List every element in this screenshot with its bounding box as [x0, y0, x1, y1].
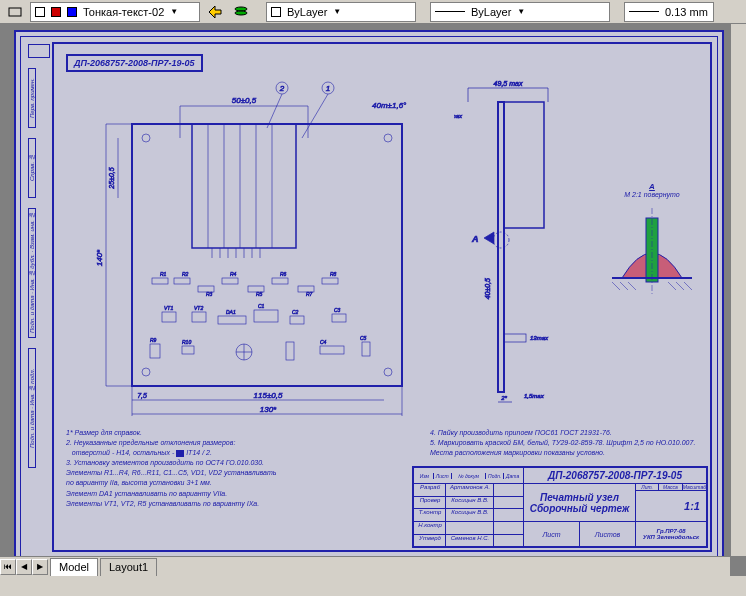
tb-hdr: Лист [434, 473, 452, 479]
tb-role: Утверд [414, 535, 446, 547]
svg-text:С3: С3 [334, 307, 341, 313]
tb-role: Провер [414, 497, 446, 509]
tb-name: Артамонов А. [446, 484, 493, 496]
dim-angle: 40m±1,6° [372, 101, 407, 110]
color-dropdown[interactable]: ByLayer ▼ [266, 2, 416, 22]
note-line: по варианту IIа, высота установки 3+1 мм… [66, 478, 420, 487]
dim-h: 140* [95, 249, 104, 266]
layer-color-icon [67, 7, 77, 17]
scrollbar-vertical[interactable] [730, 24, 746, 556]
svg-line-93 [684, 282, 692, 290]
svg-rect-28 [152, 278, 168, 284]
layer-previous-icon[interactable] [204, 2, 226, 22]
linetype-dropdown[interactable]: ByLayer ▼ [430, 2, 610, 22]
svg-text:R1: R1 [160, 271, 167, 277]
tab-prev-button[interactable]: ◀ [16, 559, 32, 575]
callout-1: 1 [326, 84, 330, 93]
svg-text:R3: R3 [206, 291, 213, 297]
workspace: ДП-2068757-2008-ПР7-19-05 Перв. примен. … [0, 24, 746, 576]
svg-line-92 [676, 282, 684, 290]
tab-model[interactable]: Model [50, 558, 98, 576]
detail-scale: М 2:1 повернуто [602, 191, 702, 198]
note-line: Места расположения маркировки показаны у… [430, 448, 714, 457]
svg-point-83 [493, 232, 509, 248]
dim-rh: 40±0,5 [484, 278, 491, 299]
svg-text:VT1: VT1 [164, 305, 173, 311]
tab-first-button[interactable]: ⏮ [0, 559, 16, 575]
svg-text:С2: С2 [292, 309, 299, 315]
svg-rect-48 [320, 346, 344, 354]
dim-top: 50±0,5 [232, 96, 257, 105]
tb-hdr: Подп. [486, 473, 504, 479]
top-drawing-number: ДП-2068757-2008-ПР7-19-05 [66, 54, 203, 72]
note-line: Элементы VT1, VT2, R5 устанавливать по в… [66, 499, 420, 508]
svg-text:С1: С1 [258, 303, 265, 309]
svg-point-1 [235, 7, 247, 11]
svg-rect-0 [9, 8, 21, 16]
svg-rect-40 [290, 316, 304, 324]
dim-b3: 130* [260, 405, 277, 414]
toolbar: Тонкая-текст-02 ▼ ByLayer ▼ ByLayer ▼ 0.… [0, 0, 746, 24]
svg-rect-81 [504, 102, 544, 228]
note-line: 5. Маркировать краской БМ, белый, ТУ29-0… [430, 438, 714, 447]
section-a: А [471, 234, 479, 244]
note-line: Элементы R1...R4, R6...R11, C1...C5, VD1… [66, 468, 420, 477]
svg-rect-31 [222, 278, 238, 284]
svg-rect-38 [218, 316, 246, 324]
tb-role: Т.контр [414, 509, 446, 521]
detail-label: А [602, 182, 702, 191]
layer-freeze-icon [51, 7, 61, 17]
chevron-down-icon: ▼ [170, 7, 178, 16]
lineweight-swatch-icon [629, 11, 659, 12]
tb-scaleh: Масштаб [683, 484, 706, 490]
svg-line-4 [267, 94, 282, 128]
title-block: Изм Лист № докум Подп. Дата ДП-2068757-2… [412, 466, 708, 548]
svg-text:R4: R4 [230, 271, 237, 277]
dim-h2: 25±0,5 [108, 167, 115, 189]
layer-manager-icon[interactable] [230, 2, 252, 22]
dim-2: 2* [500, 395, 507, 401]
svg-text:R7: R7 [306, 291, 313, 297]
svg-line-88 [612, 282, 620, 290]
tb-name2: Сборочный чертеж [530, 503, 630, 514]
note-line: 2. Неуказанные предельные отклонения раз… [66, 438, 420, 447]
tab-layout1[interactable]: Layout1 [100, 558, 157, 576]
svg-rect-37 [192, 312, 206, 322]
tb-role: Н.контр [414, 522, 446, 534]
dim-25: 2,5max [454, 113, 463, 119]
chevron-down-icon: ▼ [517, 7, 525, 16]
dim-top-r: 49,5 max [494, 80, 523, 87]
svg-rect-43 [182, 346, 194, 354]
svg-rect-84 [504, 334, 526, 342]
tb-org: УКП Зеленодольск [643, 534, 699, 540]
layer-states-icon[interactable] [4, 2, 26, 22]
tb-name: Косицын В.В. [446, 509, 493, 521]
notes-left: 1* Размер для справок. 2. Неуказанные пр… [66, 428, 420, 509]
svg-text:R10: R10 [182, 339, 191, 345]
color-swatch-icon [271, 7, 281, 17]
tolerance-frame-icon [176, 450, 184, 457]
svg-point-26 [142, 368, 150, 376]
tb-sheet: Лист [524, 522, 580, 546]
tb-sheets: Листов [580, 522, 636, 546]
lineweight-dropdown[interactable]: 0.13 mm [624, 2, 714, 22]
note-line: Элемент DA1 устанавливать по варианту VI… [66, 489, 420, 498]
svg-point-2 [235, 11, 247, 15]
svg-rect-80 [498, 102, 504, 392]
svg-rect-36 [162, 312, 176, 322]
tab-next-button[interactable]: ▶ [32, 559, 48, 575]
tb-number: ДП-2068757-2008-ПР7-19-05 [524, 468, 706, 483]
color-value: ByLayer [287, 6, 327, 18]
main-view: 2 1 50±0,5 40m±1,6° [72, 78, 452, 418]
svg-text:VT2: VT2 [194, 305, 203, 311]
lineweight-value: 0.13 mm [665, 6, 708, 18]
layer-dropdown[interactable]: Тонкая-текст-02 ▼ [30, 2, 200, 22]
svg-line-89 [620, 282, 628, 290]
side-view: 49,5 max 2,5max А 13max 40±0,5 2* 1,5max [454, 78, 564, 418]
svg-line-91 [668, 282, 676, 290]
svg-point-27 [384, 368, 392, 376]
svg-text:С5: С5 [360, 335, 367, 341]
svg-rect-33 [272, 278, 288, 284]
tb-name1: Печатный узел [540, 492, 619, 503]
note-line: отверстий - H14, остальных - IT14 / 2. [66, 448, 420, 457]
